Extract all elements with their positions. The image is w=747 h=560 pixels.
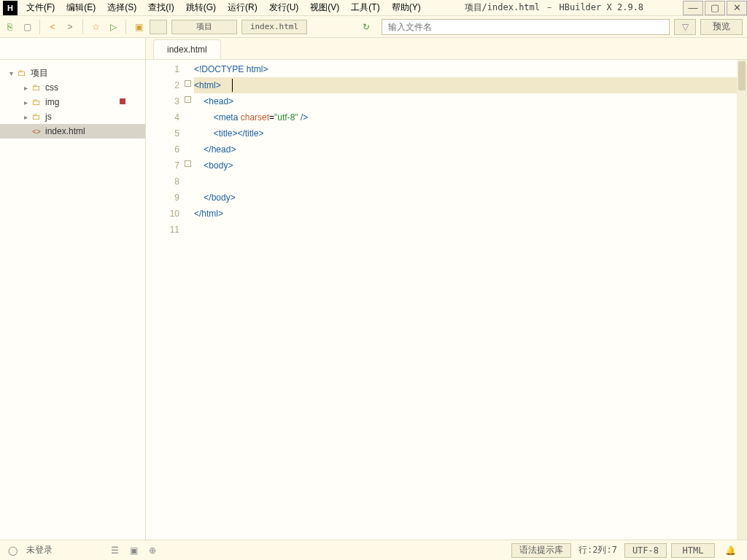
main-area: ▾ 🗀 项目 ▸🗀css▸🗀img▸🗀js<>index.html index.… <box>0 38 747 540</box>
toolbar: ⎘ ▢ < > ☆ ▷ ▣ 项目 index.html ↻ ▽ 预览 <box>0 16 747 38</box>
minimize-button[interactable]: — <box>683 1 703 15</box>
chevron-down-icon[interactable]: ▾ <box>6 69 16 77</box>
separator <box>39 20 40 34</box>
window-controls: — ▢ ✕ <box>681 1 747 15</box>
folder-icon: 🗀 <box>31 82 42 93</box>
tree-folder[interactable]: ▸🗀css <box>0 80 145 95</box>
list-icon[interactable]: ☰ <box>108 544 121 557</box>
menu-item[interactable]: 发行(U) <box>263 0 305 16</box>
menu-item[interactable]: 查找(I) <box>142 0 179 16</box>
close-button[interactable]: ✕ <box>727 1 747 15</box>
folder-icon: 🗀 <box>31 112 42 122</box>
forward-icon[interactable]: > <box>63 20 77 34</box>
window-title: 项目/index.html － HBuilder X 2.9.8 <box>427 1 681 14</box>
menu-item[interactable]: 工具(T) <box>345 0 385 16</box>
separator <box>82 20 83 34</box>
new-file-icon[interactable]: ⎘ <box>3 20 16 34</box>
chevron-right-icon[interactable]: ▸ <box>20 84 31 92</box>
separator <box>125 20 126 34</box>
folder-icon: 🗀 <box>31 97 42 107</box>
tree-label: index.html <box>45 126 85 136</box>
preview-button[interactable]: 预览 <box>700 19 743 35</box>
cursor-position: 行:2列:7 <box>576 544 620 556</box>
chevron-right-icon[interactable]: ▸ <box>20 113 31 121</box>
language-button[interactable]: HTML <box>671 543 715 558</box>
menu-item[interactable]: 选择(S) <box>101 0 142 16</box>
breadcrumb-spacer <box>150 20 167 34</box>
bell-icon[interactable]: 🔔 <box>719 545 741 556</box>
menu-item[interactable]: 视图(V) <box>304 0 345 16</box>
tree-label: js <box>45 112 52 122</box>
search-input[interactable] <box>382 19 670 35</box>
encoding-button[interactable]: UTF-8 <box>624 543 667 558</box>
statusbar: ◯ 未登录 ☰ ▣ ⊕ 语法提示库 行:2列:7 UTF-8 HTML 🔔 <box>0 540 747 560</box>
tree-label: css <box>45 82 58 93</box>
filter-button[interactable]: ▽ <box>674 19 696 35</box>
menu-item[interactable]: 运行(R) <box>222 0 263 16</box>
menu-bar: 文件(F)编辑(E)选择(S)查找(I)跳转(G)运行(R)发行(U)视图(V)… <box>20 0 427 16</box>
titlebar: H 文件(F)编辑(E)选择(S)查找(I)跳转(G)运行(R)发行(U)视图(… <box>0 0 747 16</box>
login-status[interactable]: 未登录 <box>26 544 53 556</box>
editor-tabs: index.html <box>146 38 747 60</box>
menu-item[interactable]: 文件(F) <box>20 0 61 16</box>
tree-folder[interactable]: ▸🗀js <box>0 109 145 124</box>
breadcrumb-file[interactable]: index.html <box>241 20 307 34</box>
folder-open-icon: 🗀 <box>16 68 28 78</box>
star-icon[interactable]: ☆ <box>89 20 102 34</box>
syntax-hint-button[interactable]: 语法提示库 <box>511 543 571 558</box>
terminal-icon[interactable]: ▣ <box>127 544 140 557</box>
locate-icon[interactable]: ↻ <box>360 20 373 34</box>
fold-icon[interactable]: - <box>185 96 191 103</box>
vertical-scrollbar[interactable] <box>737 60 747 540</box>
chevron-right-icon[interactable]: ▸ <box>20 98 31 106</box>
bookmark-icon[interactable] <box>120 98 125 104</box>
tree-root-label: 项目 <box>31 67 48 79</box>
maximize-button[interactable]: ▢ <box>705 1 725 15</box>
code-lines[interactable]: <!DOCTYPE html><html> <head> <meta chars… <box>184 60 747 540</box>
gutter: 12-3-4567-891011 <box>146 60 184 540</box>
back-icon[interactable]: < <box>46 20 59 34</box>
sidebar-tabs <box>0 38 145 60</box>
menu-item[interactable]: 跳转(G) <box>180 0 222 16</box>
tree-file[interactable]: <>index.html <box>0 124 145 139</box>
menu-item[interactable]: 编辑(E) <box>61 0 101 16</box>
tree-label: img <box>45 97 59 107</box>
tree-root[interactable]: ▾ 🗀 项目 <box>0 66 145 80</box>
run-icon[interactable]: ▷ <box>107 20 120 34</box>
sidebar: ▾ 🗀 项目 ▸🗀css▸🗀img▸🗀js<>index.html <box>0 38 146 540</box>
html-file-icon: <> <box>31 128 42 136</box>
user-icon[interactable]: ◯ <box>6 544 19 557</box>
browser-icon[interactable]: ⊕ <box>146 544 159 557</box>
app-icon: H <box>3 1 18 15</box>
menu-item[interactable]: 帮助(Y) <box>386 0 427 16</box>
code-area[interactable]: 12-3-4567-891011 <!DOCTYPE html><html> <… <box>146 60 747 540</box>
tab-index-html[interactable]: index.html <box>153 39 221 59</box>
folder-icon[interactable]: ▣ <box>132 20 145 34</box>
fold-icon[interactable]: - <box>185 160 191 167</box>
fold-icon[interactable]: - <box>185 80 191 87</box>
editor-area: index.html 12-3-4567-891011 <!DOCTYPE ht… <box>146 38 747 540</box>
breadcrumb-project[interactable]: 项目 <box>171 20 237 34</box>
save-icon[interactable]: ▢ <box>20 20 34 34</box>
scrollbar-thumb[interactable] <box>738 61 746 90</box>
